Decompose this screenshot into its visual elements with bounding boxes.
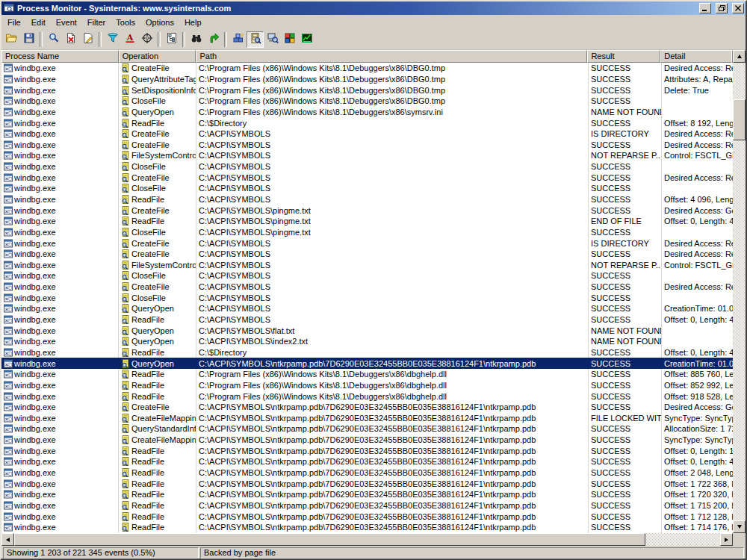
capture-button[interactable] [45, 31, 62, 48]
table-row[interactable]: windbg.exe CreateFile C:\ACPI\SYMBOLS SU… [1, 139, 733, 150]
table-row[interactable]: windbg.exe ReadFile C:\ACPI\SYMBOLS\ntkr… [1, 456, 733, 467]
open-button[interactable] [3, 31, 20, 48]
table-row[interactable]: windbg.exe ReadFile C:\ACPI\SYMBOLS\ntkr… [1, 500, 733, 511]
table-row[interactable]: windbg.exe ReadFile C:\ACPI\SYMBOLS SUCC… [1, 194, 733, 205]
operation: CreateFile [131, 129, 170, 138]
find-button[interactable] [187, 31, 205, 48]
detail: Desired Access: Rea [664, 63, 733, 72]
scroll-right-button[interactable] [720, 533, 733, 546]
save-button[interactable] [20, 31, 37, 48]
detail: Offset: 8 192, Length [664, 119, 733, 128]
table-row[interactable]: windbg.exe QueryOpen C:\ACPI\SYMBOLS\ntk… [1, 358, 733, 369]
table-row[interactable]: windbg.exe QueryOpen C:\Program Files (x… [1, 107, 733, 118]
result: SUCCESS [591, 457, 630, 466]
table-row[interactable]: windbg.exe ReadFile C:\Program Files (x8… [1, 369, 733, 380]
close-button[interactable] [732, 3, 744, 13]
file-operation-icon [121, 86, 130, 95]
table-row[interactable]: windbg.exe QueryOpen C:\ACPI\SYMBOLS SUC… [1, 303, 733, 314]
column-header-detail[interactable]: Detail [660, 50, 731, 63]
result: SUCCESS [591, 501, 630, 510]
table-row[interactable]: windbg.exe CloseFile C:\ACPI\SYMBOLS SUC… [1, 161, 733, 172]
table-row[interactable]: windbg.exe QueryOpen C:\ACPI\SYMBOLS\fla… [1, 325, 733, 336]
table-row[interactable]: windbg.exe CreateFileMapping C:\ACPI\SYM… [1, 435, 733, 446]
filter-button[interactable] [104, 31, 121, 48]
windbg-icon [4, 119, 13, 128]
path: C:\ACPI\SYMBOLS [199, 315, 270, 324]
table-row[interactable]: windbg.exe CreateFile C:\ACPI\SYMBOLS IS… [1, 128, 733, 140]
highlight-button[interactable]: A [121, 31, 138, 48]
table-row[interactable]: windbg.exe CloseFile C:\ACPI\SYMBOLS\pin… [1, 227, 733, 238]
autoscroll-button[interactable] [79, 31, 96, 48]
column-header-process-name[interactable]: Process Name [1, 50, 119, 63]
table-row[interactable]: windbg.exe QueryAttributeTagFile C:\Prog… [1, 74, 733, 85]
restore-button[interactable] [716, 3, 728, 13]
file-operation-icon [121, 479, 130, 488]
horizontal-scroll-track[interactable] [14, 533, 720, 546]
table-row[interactable]: windbg.exe FileSystemControl C:\ACPI\SYM… [1, 150, 733, 161]
table-row[interactable]: windbg.exe CloseFile C:\ACPI\SYMBOLS SUC… [1, 270, 733, 281]
menu-item-edit[interactable]: Edit [26, 16, 51, 28]
show-profiling-button[interactable] [298, 31, 315, 48]
vertical-scroll-track[interactable] [733, 63, 746, 520]
show-filesystem-button[interactable] [247, 31, 264, 48]
column-header-result[interactable]: Result [587, 50, 660, 63]
menu-item-options[interactable]: Options [140, 16, 179, 28]
operation: CreateFileMapping [131, 414, 196, 423]
table-row[interactable]: windbg.exe SetDispositionInfor... C:\Pro… [1, 84, 733, 96]
vertical-scroll-thumb[interactable] [733, 99, 746, 140]
process-name: windbg.exe [14, 162, 56, 171]
table-row[interactable]: windbg.exe CreateFile C:\ACPI\SYMBOLS IS… [1, 237, 733, 249]
table-row[interactable]: windbg.exe ReadFile C:\ACPI\SYMBOLS SUCC… [1, 314, 733, 326]
process-name: windbg.exe [14, 523, 56, 532]
table-row[interactable]: windbg.exe ReadFile C:\ACPI\SYMBOLS\ping… [1, 216, 733, 227]
show-network-button[interactable] [264, 31, 281, 48]
menu-item-tools[interactable]: Tools [111, 16, 140, 28]
minimize-button[interactable] [699, 3, 711, 13]
detail: AllocationSize: 1 724 [664, 424, 733, 433]
scroll-up-button[interactable] [733, 50, 746, 63]
jump-to-button[interactable] [205, 31, 222, 48]
menu-item-filter[interactable]: Filter [82, 16, 111, 28]
show-registry-button[interactable] [229, 31, 247, 48]
process-name: windbg.exe [14, 414, 56, 423]
show-process-button[interactable] [281, 31, 298, 48]
menu-item-file[interactable]: File [2, 16, 26, 28]
table-row[interactable]: windbg.exe CreateFile C:\ACPI\SYMBOLS\pi… [1, 205, 733, 216]
scroll-down-button[interactable] [733, 520, 746, 533]
table-row[interactable]: windbg.exe CloseFile C:\ACPI\SYMBOLS SUC… [1, 292, 733, 303]
menu-item-help[interactable]: Help [179, 16, 207, 28]
table-row[interactable]: windbg.exe FileSystemControl C:\ACPI\SYM… [1, 260, 733, 271]
table-row[interactable]: windbg.exe CreateFile C:\ACPI\SYMBOLS SU… [1, 172, 733, 183]
table-row[interactable]: windbg.exe ReadFile C:\ACPI\SYMBOLS\ntkr… [1, 489, 733, 500]
table-row[interactable]: windbg.exe ReadFile C:\ACPI\SYMBOLS\ntkr… [1, 511, 733, 522]
table-row[interactable]: windbg.exe ReadFile C:\Program Files (x8… [1, 391, 733, 402]
include-process-button[interactable] [138, 31, 155, 48]
scroll-left-button[interactable] [1, 533, 14, 546]
table-row[interactable]: windbg.exe QueryStandardInfor... C:\ACPI… [1, 423, 733, 435]
horizontal-scrollbar[interactable] [1, 533, 733, 546]
process-tree-button[interactable] [163, 31, 180, 48]
table-row[interactable]: windbg.exe CloseFile C:\ACPI\SYMBOLS SUC… [1, 183, 733, 194]
table-row[interactable]: windbg.exe ReadFile C:\$Directory SUCCES… [1, 347, 733, 358]
table-row[interactable]: windbg.exe ReadFile C:\ACPI\SYMBOLS\ntkr… [1, 445, 733, 456]
column-header-operation[interactable]: Operation [119, 50, 196, 63]
file-operation-icon [121, 457, 130, 466]
table-row[interactable]: windbg.exe ReadFile C:\Program Files (x8… [1, 380, 733, 391]
table-row[interactable]: windbg.exe ReadFile C:\ACPI\SYMBOLS\ntkr… [1, 478, 733, 489]
vertical-scrollbar[interactable] [733, 50, 746, 546]
table-row[interactable]: windbg.exe ReadFile C:\ACPI\SYMBOLS\ntkr… [1, 467, 733, 479]
column-header-path[interactable]: Path [196, 50, 587, 63]
table-row[interactable]: windbg.exe QueryOpen C:\ACPI\SYMBOLS\ind… [1, 336, 733, 347]
clear-button[interactable] [62, 31, 79, 48]
table-row[interactable]: windbg.exe CreateFile C:\ACPI\SYMBOLS SU… [1, 281, 733, 293]
table-row[interactable]: windbg.exe CreateFile C:\ACPI\SYMBOLS\nt… [1, 402, 733, 413]
table-row[interactable]: windbg.exe ReadFile C:\ACPI\SYMBOLS\ntkr… [1, 522, 733, 533]
file-operation-icon [121, 490, 130, 499]
table-row[interactable]: windbg.exe CreateFile C:\ACPI\SYMBOLS SU… [1, 249, 733, 260]
horizontal-scroll-thumb[interactable] [14, 533, 645, 546]
table-row[interactable]: windbg.exe ReadFile C:\$Directory SUCCES… [1, 117, 733, 128]
table-row[interactable]: windbg.exe CloseFile C:\Program Files (x… [1, 96, 733, 107]
table-row[interactable]: windbg.exe CreateFile C:\Program Files (… [1, 63, 733, 74]
table-row[interactable]: windbg.exe CreateFileMapping C:\ACPI\SYM… [1, 413, 733, 424]
menu-item-event[interactable]: Event [51, 16, 82, 28]
